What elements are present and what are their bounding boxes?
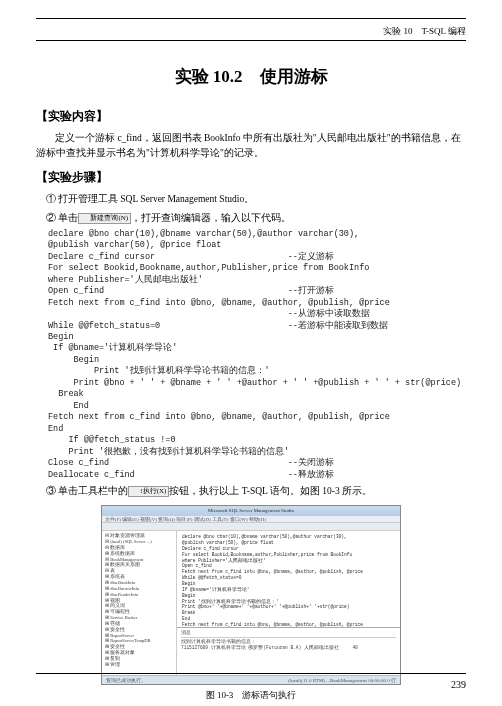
ss-results-tab: 消息 (181, 630, 396, 638)
header-rule-1 (36, 18, 466, 21)
ss-tree-node: ⊞ 管理 (105, 662, 173, 668)
content-paragraph: 定义一个游标 c_find，返回图书表 BookInfo 中所有出版社为"人民邮… (36, 131, 466, 161)
footer-rule (36, 673, 466, 674)
ss-results-pane: 消息 找到计算机科学导论书籍的信息： 7115127689 计算机科学导论 佛罗… (177, 627, 400, 675)
ss-statusbar: 查询已成功执行。 (local)(11.0 RTM) ...BookManage… (102, 675, 400, 684)
ss-object-explorer: ⊟ 对象资源管理器 ⊟ (local) (SQL Server ...) ⊟ 数… (102, 531, 177, 675)
header-rule-2 (36, 40, 466, 41)
step-1: ① 打开管理工具 SQL Server Management Studio。 (36, 192, 466, 207)
screenshot-ssms: Microsoft SQL Server Management Studio 文… (101, 505, 401, 685)
figure-caption: 图 10-3 游标语句执行 (36, 689, 466, 702)
ss-toolbar (102, 523, 400, 531)
ss-editor-pane: declare @bno char(10),@bname varchar(50)… (177, 531, 400, 675)
code-block: declare @bno char(10),@bname varchar(50)… (48, 229, 466, 481)
step-3: ③ 单击工具栏中的!执行(X)按钮，执行以上 T-SQL 语句。如图 10-3 … (36, 484, 466, 499)
ss-menubar: 文件(F) 编辑(E) 视图(V) 查询(Q) 项目(P) 调试(D) 工具(T… (102, 516, 400, 523)
step-2: ② 单击新建查询(N)，打开查询编辑器，输入以下代码。 (36, 211, 466, 226)
page-number: 239 (451, 679, 466, 690)
page-title: 实验 10.2 使用游标 (36, 65, 466, 88)
ss-results-text: 找到计算机科学导论书籍的信息： 7115127689 计算机科学导论 佛罗赞(F… (181, 639, 396, 651)
page-header: 实验 10 T-SQL 编程 (36, 22, 466, 40)
execute-button-image: !执行(X) (128, 486, 170, 497)
new-query-button-image: 新建查询(N) (78, 213, 131, 224)
ss-titlebar: Microsoft SQL Server Management Studio (102, 506, 400, 516)
section-heading-steps: 【实验步骤】 (36, 169, 466, 186)
section-heading-content: 【实验内容】 (36, 108, 466, 125)
